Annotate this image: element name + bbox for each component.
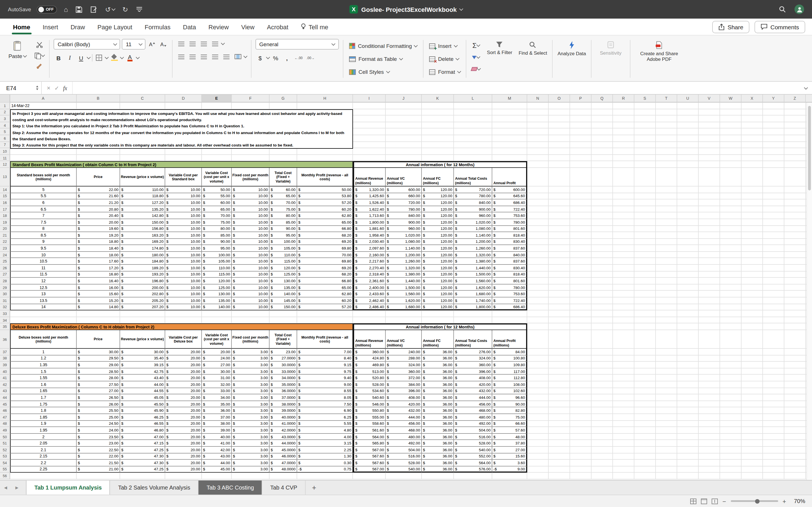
cell[interactable]: $550.80	[353, 407, 386, 414]
row-header-7[interactable]: 7	[0, 142, 10, 148]
cell[interactable]	[677, 129, 699, 135]
cell[interactable]: $960.00	[454, 213, 492, 219]
cell[interactable]: $1,560.00	[454, 278, 492, 284]
cell[interactable]	[549, 324, 570, 330]
cell[interactable]	[120, 103, 165, 109]
cell[interactable]	[763, 349, 784, 355]
cell[interactable]: 1.7	[10, 394, 77, 401]
cell[interactable]	[570, 466, 592, 473]
cell[interactable]	[570, 226, 592, 232]
cell[interactable]	[613, 122, 635, 129]
cell[interactable]	[527, 362, 549, 368]
cell[interactable]: $780.00	[492, 284, 527, 291]
cell[interactable]: $55.00	[202, 193, 232, 200]
cell[interactable]	[570, 213, 592, 219]
cell[interactable]: $3.00	[232, 447, 269, 453]
conditional-formatting-button[interactable]: Conditional Formatting	[347, 41, 419, 51]
cell[interactable]	[570, 245, 592, 252]
cell[interactable]	[699, 369, 720, 375]
cell[interactable]	[720, 206, 742, 212]
cell[interactable]	[570, 369, 592, 375]
formula-bar-expand[interactable]	[799, 82, 812, 94]
cell[interactable]	[570, 271, 592, 278]
cell[interactable]: 1.9	[10, 420, 77, 427]
cell[interactable]	[699, 453, 720, 460]
cell[interactable]: $145.00	[269, 297, 297, 304]
cell[interactable]	[784, 238, 806, 245]
cell[interactable]	[742, 232, 763, 238]
cell[interactable]	[763, 284, 784, 291]
cell[interactable]: $2,486.40	[353, 304, 386, 311]
cell[interactable]	[784, 414, 806, 420]
cell[interactable]	[570, 148, 592, 155]
cell[interactable]: $140.00	[202, 304, 232, 311]
cell[interactable]	[677, 414, 699, 420]
cell[interactable]	[720, 453, 742, 460]
cell[interactable]	[656, 278, 677, 284]
cell[interactable]	[763, 148, 784, 155]
cell[interactable]	[742, 278, 763, 284]
cell[interactable]	[699, 355, 720, 362]
cell[interactable]	[720, 238, 742, 245]
cell[interactable]: $3.00	[232, 466, 269, 473]
cell[interactable]: $468.00	[454, 407, 492, 414]
cell[interactable]	[677, 291, 699, 297]
cell[interactable]	[353, 115, 386, 122]
cell[interactable]	[699, 252, 720, 258]
cell[interactable]: $2,400.00	[353, 284, 386, 291]
cell[interactable]	[656, 381, 677, 388]
cell[interactable]: 2.05	[10, 440, 77, 447]
cell[interactable]: $3.00	[232, 420, 269, 427]
cell[interactable]	[120, 473, 165, 480]
cell[interactable]: $564.00	[454, 460, 492, 466]
font-color-button[interactable]: A	[125, 53, 135, 62]
cell[interactable]	[763, 213, 784, 219]
cell[interactable]: $1,140.00	[454, 232, 492, 238]
cell[interactable]	[742, 291, 763, 297]
cell[interactable]	[635, 466, 656, 473]
cell[interactable]: $830.40	[492, 265, 527, 271]
cell[interactable]: $818.40	[492, 232, 527, 238]
cell[interactable]	[763, 460, 784, 466]
cell[interactable]: $2,318.40	[353, 271, 386, 278]
cell[interactable]	[763, 394, 784, 401]
row-header-25[interactable]: 25	[0, 258, 10, 265]
cell[interactable]	[784, 193, 806, 200]
cell[interactable]	[635, 129, 656, 135]
cell[interactable]	[454, 103, 492, 109]
cell[interactable]: $62.80	[297, 291, 353, 297]
cell[interactable]: 8.5	[10, 232, 77, 238]
cell[interactable]: $115.00	[269, 258, 297, 265]
cell[interactable]	[742, 324, 763, 330]
cell[interactable]	[549, 200, 570, 206]
cell[interactable]: $100.00	[269, 238, 297, 245]
cell[interactable]	[656, 258, 677, 265]
cell[interactable]	[677, 407, 699, 414]
cell[interactable]	[656, 407, 677, 414]
cell[interactable]: $516.00	[454, 434, 492, 440]
cell[interactable]	[720, 427, 742, 434]
cell[interactable]	[613, 155, 635, 161]
cell[interactable]: 14-Mar-22	[10, 103, 77, 109]
row-header-53[interactable]: 53	[0, 453, 10, 460]
cell[interactable]: $10.00	[165, 206, 202, 212]
cell[interactable]	[677, 232, 699, 238]
cell[interactable]	[699, 401, 720, 407]
cell[interactable]	[386, 155, 422, 161]
cell[interactable]	[527, 219, 549, 226]
cell[interactable]	[763, 355, 784, 362]
cell[interactable]	[635, 122, 656, 129]
cell[interactable]: $14.80	[77, 304, 120, 311]
cell[interactable]	[635, 369, 656, 375]
cell[interactable]	[699, 414, 720, 420]
cell[interactable]	[613, 297, 635, 304]
cell[interactable]	[592, 297, 613, 304]
cell[interactable]	[742, 407, 763, 414]
cell[interactable]	[763, 155, 784, 161]
cell[interactable]: $240.00	[386, 349, 422, 355]
cell[interactable]	[527, 297, 549, 304]
cell[interactable]	[763, 122, 784, 129]
sheet-tab-tab-2-sales-volume-analysis[interactable]: Tab 2 Sales Volume Analysis	[110, 481, 199, 495]
cell[interactable]: $801.60	[492, 226, 527, 232]
cell[interactable]	[677, 460, 699, 466]
